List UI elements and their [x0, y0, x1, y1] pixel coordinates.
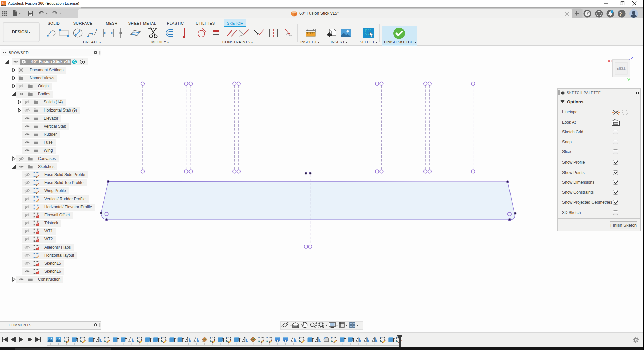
svg-text:X: X [608, 59, 610, 63]
svg-text:?: ? [619, 11, 622, 17]
svg-text:F: F [2, 1, 5, 5]
svg-text:Z: Z [631, 56, 633, 60]
svg-text:360: 360 [3, 5, 5, 7]
svg-text:TOP: TOP [617, 66, 625, 71]
